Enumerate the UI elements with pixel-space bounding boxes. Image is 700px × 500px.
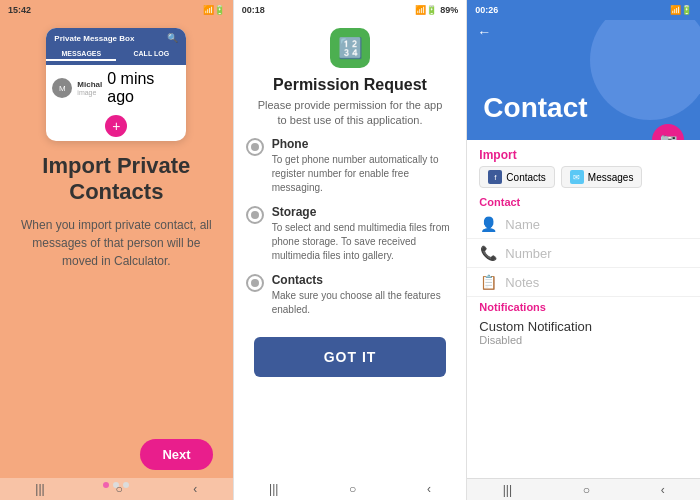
- number-placeholder: Number: [505, 246, 551, 261]
- camera-button[interactable]: 📷: [652, 124, 684, 140]
- custom-notification-status: Disabled: [479, 334, 688, 346]
- perm-desc-2: Make sure you choose all the features en…: [272, 289, 455, 317]
- nav-home-3[interactable]: ○: [583, 483, 590, 497]
- status-time-2: 00:18: [242, 5, 265, 15]
- app-header: Private Message Box 🔍: [46, 28, 186, 48]
- contact-name: Michal: [77, 80, 102, 89]
- nav-back-3[interactable]: ‹: [661, 483, 665, 497]
- msg-info: Michal image: [77, 80, 102, 96]
- contact-section-label: Contact: [467, 192, 700, 210]
- messages-icon: ✉: [570, 170, 584, 184]
- status-battery-2: 📶🔋89%: [415, 5, 458, 15]
- got-it-button[interactable]: GOT IT: [254, 337, 447, 377]
- nav-bar-1: ||| ○ ‹: [0, 478, 233, 500]
- nav-back[interactable]: ‹: [193, 482, 197, 496]
- back-arrow[interactable]: ←: [477, 24, 491, 40]
- decorative-circle: [590, 20, 700, 120]
- import-messages-button[interactable]: ✉ Messages: [561, 166, 643, 188]
- contact-heading: Contact: [483, 92, 587, 124]
- permission-title: Permission Request: [234, 72, 467, 96]
- tab-messages[interactable]: MESSAGES: [46, 48, 116, 61]
- nav-bar-2: ||| ○ ‹: [234, 478, 467, 500]
- number-field-row[interactable]: 📞 Number: [467, 239, 700, 268]
- perm-radio-1: [246, 206, 264, 224]
- phone-mockup: Private Message Box 🔍 MESSAGES CALL LOG …: [46, 28, 186, 141]
- status-bar-1: 15:42 📶🔋: [0, 0, 233, 20]
- import-label: Import: [479, 148, 688, 162]
- perm-radio-2: [246, 274, 264, 292]
- nav-bar-3: ||| ○ ‹: [467, 478, 700, 500]
- import-buttons: f Contacts ✉ Messages: [479, 166, 688, 188]
- import-contacts-button[interactable]: f Contacts: [479, 166, 554, 188]
- permission-item-1: Storage To select and send multimedia fi…: [246, 205, 455, 263]
- status-icons-3: 📶🔋: [670, 5, 692, 15]
- perm-name-2: Contacts: [272, 273, 455, 287]
- notes-icon: 📋: [479, 274, 497, 290]
- app-icon-area: 🔢: [234, 20, 467, 72]
- main-content: Import Private Contacts When you import …: [0, 141, 233, 276]
- import-messages-label: Messages: [588, 172, 634, 183]
- import-contacts-label: Contacts: [506, 172, 545, 183]
- permission-item-2: Contacts Make sure you choose all the fe…: [246, 273, 455, 317]
- tabs-row: MESSAGES CALL LOG: [46, 48, 186, 65]
- nav-recent[interactable]: |||: [35, 482, 44, 496]
- status-icons-1: 📶🔋: [203, 5, 225, 15]
- perm-content-2: Contacts Make sure you choose all the fe…: [272, 273, 455, 317]
- message-row[interactable]: M Michal image 0 mins ago: [46, 65, 186, 111]
- notifications-section: Notifications Custom Notification Disabl…: [467, 297, 700, 350]
- main-title: Import Private Contacts: [20, 153, 213, 206]
- perm-desc-1: To select and send multimedia files from…: [272, 221, 455, 263]
- message-preview: image: [77, 89, 102, 96]
- person-icon: 👤: [479, 216, 497, 232]
- nav-back-2[interactable]: ‹: [427, 482, 431, 496]
- status-bar-3: 00:26 📶🔋: [467, 0, 700, 20]
- name-field-row[interactable]: 👤 Name: [467, 210, 700, 239]
- nav-recent-2[interactable]: |||: [269, 482, 278, 496]
- name-placeholder: Name: [505, 217, 540, 232]
- nav-home-2[interactable]: ○: [349, 482, 356, 496]
- panel-2: 00:18 📶🔋89% 🔢 Permission Request Please …: [233, 0, 468, 500]
- camera-icon: 📷: [660, 132, 677, 140]
- panel-3: 00:26 📶🔋 ← Contact 📷 Import f Contacts ✉…: [467, 0, 700, 500]
- perm-content-1: Storage To select and send multimedia fi…: [272, 205, 455, 263]
- nav-home[interactable]: ○: [115, 482, 122, 496]
- fab-button[interactable]: +: [105, 115, 127, 137]
- panel-1: 15:42 📶🔋 Private Message Box 🔍 MESSAGES …: [0, 0, 233, 500]
- phone-icon: 📞: [479, 245, 497, 261]
- custom-notification-label: Custom Notification: [479, 319, 688, 334]
- app-title: Private Message Box: [54, 34, 134, 43]
- app-icon-glyph: 🔢: [338, 36, 363, 60]
- import-section: Import f Contacts ✉ Messages: [467, 140, 700, 192]
- permission-list: Phone To get phone number automatically …: [234, 137, 467, 327]
- permission-item-0: Phone To get phone number automatically …: [246, 137, 455, 195]
- perm-radio-0: [246, 138, 264, 156]
- status-bar-2: 00:18 📶🔋89%: [234, 0, 467, 20]
- message-time: 0 mins ago: [107, 70, 180, 106]
- perm-name-0: Phone: [272, 137, 455, 151]
- perm-desc-0: To get phone number automatically to reg…: [272, 153, 455, 195]
- notes-field-row[interactable]: 📋 Notes: [467, 268, 700, 297]
- custom-notification-row[interactable]: Custom Notification Disabled: [479, 317, 688, 348]
- status-time-3: 00:26: [475, 5, 498, 15]
- tab-calllog[interactable]: CALL LOG: [116, 48, 186, 61]
- next-button[interactable]: Next: [140, 439, 212, 470]
- status-time-1: 15:42: [8, 5, 31, 15]
- app-icon: 🔢: [330, 28, 370, 68]
- contacts-icon: f: [488, 170, 502, 184]
- nav-recent-3[interactable]: |||: [503, 483, 512, 497]
- top-section: ← Contact 📷: [467, 20, 700, 140]
- perm-name-1: Storage: [272, 205, 455, 219]
- permission-subtitle: Please provide permission for the app to…: [234, 96, 467, 137]
- notes-placeholder: Notes: [505, 275, 539, 290]
- search-icon: 🔍: [167, 33, 178, 43]
- perm-content-0: Phone To get phone number automatically …: [272, 137, 455, 195]
- notifications-label: Notifications: [479, 301, 688, 313]
- main-description: When you import private contact, all mes…: [20, 216, 213, 270]
- avatar: M: [52, 78, 72, 98]
